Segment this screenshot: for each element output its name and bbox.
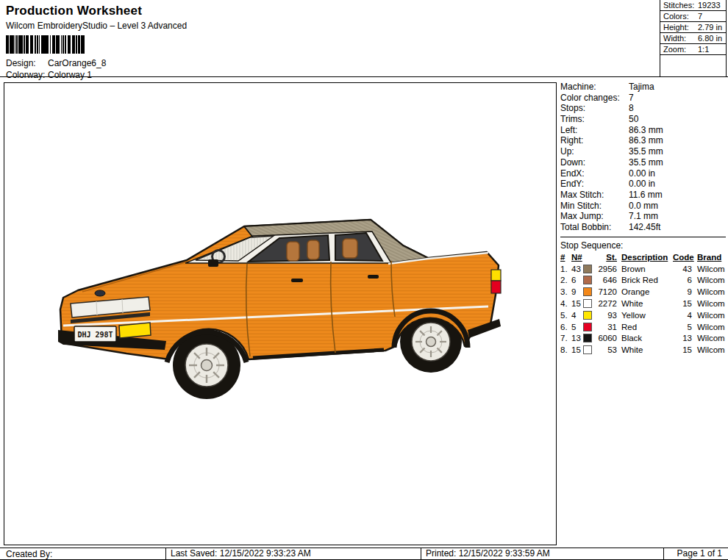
seq-brand: Wilcom (692, 334, 726, 342)
seq-needle: 15 (571, 345, 583, 354)
seq-num: 5. (560, 311, 571, 320)
info-value: 35.5 mm (629, 157, 663, 168)
seq-description: White (617, 299, 673, 308)
machine-info-row: Min Stitch: 0.0 mm (560, 201, 726, 212)
door-handle (291, 279, 303, 282)
seq-description: Black (617, 334, 673, 342)
seq-brand: Wilcom (692, 276, 726, 284)
seq-code: 13 (673, 334, 692, 342)
machine-info-row: Stops: 8 (560, 103, 726, 114)
info-value: 50 (629, 114, 638, 125)
info-label: Machine: (560, 82, 629, 93)
col-header-n: N# (571, 253, 583, 262)
machine-info-row: Machine: Tajima (560, 82, 726, 93)
hood-badge (95, 290, 105, 296)
stat-label: Height: (663, 22, 698, 32)
seq-stitches: 7120 (594, 287, 617, 296)
colorway-value: Colorway 1 (48, 69, 92, 81)
col-header-code: Code (673, 253, 692, 262)
footer: Created By: Last Saved: 12/15/2022 9:33:… (0, 548, 728, 560)
seq-stitches: 646 (594, 276, 617, 284)
seq-needle: 9 (571, 287, 583, 296)
info-label: Right: (560, 135, 629, 146)
page-number: Page 1 of 1 (663, 548, 728, 559)
stats-row: Stitches: 19233 (660, 0, 726, 11)
door-handle (368, 275, 379, 279)
stats-row: Height: 2.79 in (660, 22, 726, 33)
stat-label: Zoom: (663, 44, 698, 54)
stats-row: Zoom: 1:1 (660, 44, 726, 55)
stat-value: 1:1 (698, 44, 709, 54)
seq-needle: 15 (571, 299, 583, 308)
seq-stitches: 6060 (594, 334, 617, 342)
col-header-description: Description (617, 253, 673, 262)
seq-stitches: 31 (594, 323, 617, 331)
info-value: 86.3 mm (629, 135, 663, 146)
info-label: Left: (560, 125, 629, 136)
machine-info-row: Left: 86.3 mm (560, 125, 726, 136)
colorway-row: Colorway: Colorway 1 (6, 69, 187, 81)
stat-value: 6.80 in (698, 33, 722, 43)
seq-needle: 5 (571, 323, 583, 331)
seq-stitches: 2956 (594, 265, 617, 273)
info-value: 0.00 in (629, 179, 655, 190)
info-value: 0.0 mm (629, 201, 658, 212)
seq-needle: 13 (571, 334, 583, 342)
machine-info-row: Up: 35.5 mm (560, 146, 726, 157)
machine-info-row: Max Stitch: 11.6 mm (560, 190, 726, 201)
seq-code: 43 (673, 265, 692, 273)
info-value: 86.3 mm (629, 125, 663, 136)
col-header-brand: Brand (692, 253, 726, 262)
stats-row: Width: 6.80 in (660, 33, 726, 44)
seq-num: 1. (560, 265, 571, 273)
thread-color-swatch (583, 311, 592, 320)
machine-info-row: EndX: 0.00 in (560, 168, 726, 179)
design-value: CarOrange6_8 (48, 57, 106, 69)
machine-info-row: Down: 35.5 mm (560, 157, 726, 168)
stop-sequence-title: Stop Sequence: (560, 240, 726, 251)
seq-code: 9 (673, 287, 692, 296)
seq-code: 15 (673, 345, 692, 354)
front-seat (287, 242, 299, 261)
seq-code: 4 (673, 311, 692, 320)
info-label: Up: (560, 146, 629, 157)
info-label: Min Stitch: (560, 201, 629, 212)
rear-seat (343, 239, 357, 258)
info-label: Down: (560, 157, 629, 168)
stop-sequence-row: 2. 6 646 Brick Red 6 Wilcom (560, 274, 726, 286)
tail-light-red (491, 281, 501, 293)
thread-color-swatch (583, 287, 592, 296)
seq-num: 6. (560, 323, 571, 331)
production-worksheet-page: Production Worksheet Wilcom EmbroiderySt… (0, 0, 728, 560)
license-plate-text: DHJ 298T (77, 331, 113, 339)
machine-info-row: Right: 86.3 mm (560, 135, 726, 146)
front-indicator (119, 323, 151, 338)
machine-info-row: Total Bobbin: 142.45ft (560, 222, 726, 233)
info-value: 0.00 in (629, 168, 655, 179)
info-label: Max Stitch: (560, 190, 629, 201)
car-design-graphic: DHJ 298T (56, 207, 519, 405)
info-value: 142.45ft (629, 222, 660, 233)
stop-sequence-row: 6. 5 31 Red 5 Wilcom (560, 321, 726, 333)
seq-description: Orange (617, 287, 673, 296)
tail-light-yellow (491, 270, 501, 281)
seq-stitches: 93 (594, 311, 617, 320)
col-header-num: # (560, 253, 571, 262)
info-label: Color changes: (560, 93, 629, 104)
info-value: 11.6 mm (629, 190, 663, 201)
app-subtitle: Wilcom EmbroideryStudio – Level 3 Advanc… (6, 21, 187, 31)
stop-sequence-row: 5. 4 93 Yellow 4 Wilcom (560, 309, 726, 321)
info-value: Tajima (629, 82, 654, 93)
machine-info-panel: Machine: Tajima Color changes: 7 Stops: … (560, 82, 726, 356)
info-value: 7.1 mm (629, 211, 658, 222)
page-title: Production Worksheet (6, 4, 187, 18)
printed-label: Printed: 12/15/2022 9:33:59 AM (421, 548, 663, 559)
seq-description: Red (617, 323, 673, 331)
seq-brand: Wilcom (692, 311, 726, 320)
header: Production Worksheet Wilcom EmbroiderySt… (0, 0, 728, 77)
front-seat (307, 240, 319, 259)
stop-sequence-row: 3. 9 7120 Orange 9 Wilcom (560, 286, 726, 298)
stat-value: 2.79 in (698, 22, 722, 32)
seq-num: 7. (560, 334, 571, 342)
seq-num: 2. (560, 276, 571, 284)
